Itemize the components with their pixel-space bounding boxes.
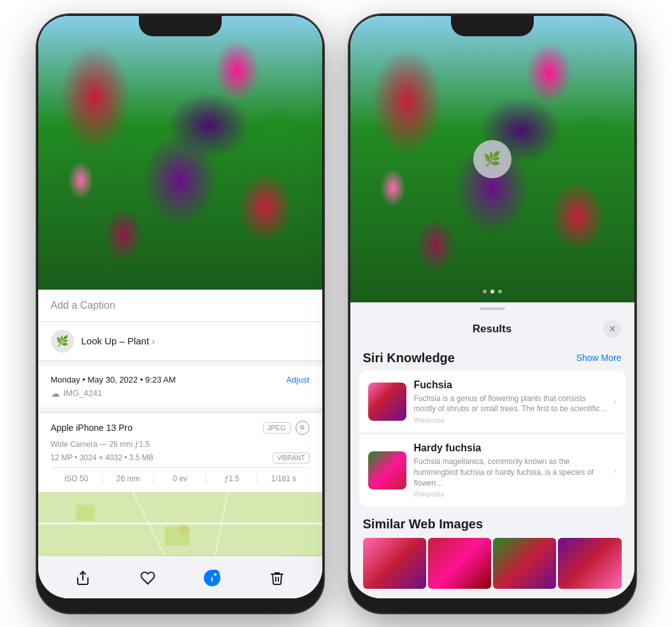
hardy-desc: Fuchsia magellanica, commonly known as t… — [414, 456, 608, 488]
meta-filename-row: ☁ IMG_4241 — [51, 388, 310, 398]
similar-image-1[interactable] — [363, 538, 426, 589]
device-row: Apple iPhone 13 Pro JPEG ⚙ — [51, 421, 310, 435]
results-panel: Results × Siri Knowledge Show More — [350, 302, 634, 598]
flower-photo-2: 🌿 — [350, 16, 634, 302]
fuchsia-desc: Fuchsia is a genus of flowering plants t… — [414, 393, 608, 415]
hardy-name: Hardy fuchsia — [414, 442, 608, 454]
show-more-button[interactable]: Show More — [576, 353, 622, 363]
home-indicator-1 — [136, 603, 225, 607]
photo-date: Monday • May 30, 2022 • 9:23 AM — [51, 375, 176, 384]
file-specs: 12 MP • 3024 × 4032 • 3.5 MB VIBRANT — [51, 453, 310, 463]
similar-image-2[interactable] — [428, 538, 491, 589]
meta-date-row: Monday • May 30, 2022 • 9:23 AM Adjust — [51, 375, 310, 384]
siri-visual-lookup-icon: 🌿 — [473, 140, 511, 178]
home-indicator-2 — [448, 603, 537, 607]
exif-shutter: 1/181 s — [258, 473, 309, 484]
fuchsia-chevron: › — [613, 397, 617, 407]
filename: IMG_4241 — [64, 388, 103, 398]
lookup-row[interactable]: 🌿 Look Up – Plant › — [38, 322, 322, 361]
lookup-chevron: › — [152, 335, 155, 346]
knowledge-card: Fuchsia Fuchsia is a genus of flowering … — [359, 370, 626, 507]
svg-rect-4 — [76, 504, 95, 520]
device-badges: JPEG ⚙ — [263, 421, 310, 435]
exif-iso: ISO 50 — [51, 473, 103, 484]
device-name: Apple iPhone 13 Pro — [51, 423, 132, 433]
close-button[interactable]: × — [603, 320, 621, 338]
exif-row: ISO 50 26 mm 0 ev ƒ1.5 1/181 s — [51, 467, 310, 484]
hardy-thumbnail — [368, 451, 406, 490]
fuchsia-name: Fuchsia — [414, 379, 608, 391]
device-section: Apple iPhone 13 Pro JPEG ⚙ Wide Camera —… — [38, 412, 322, 492]
info-button[interactable]: i ✦ — [201, 567, 224, 589]
similar-title: Similar Web Images — [363, 517, 622, 532]
knowledge-item-hardy[interactable]: Hardy fuchsia Fuchsia magellanica, commo… — [359, 433, 626, 507]
close-icon: × — [610, 323, 615, 335]
fuchsia-thumbnail — [368, 383, 406, 421]
exif-ev: 0 ev — [154, 473, 206, 484]
jpeg-badge: JPEG — [263, 422, 290, 433]
phones-container: Add a Caption 🌿 Look Up – Plant › Monday… — [24, 2, 648, 626]
metadata-section: Monday • May 30, 2022 • 9:23 AM Adjust ☁… — [38, 366, 322, 407]
share-button[interactable] — [71, 567, 94, 589]
phone-1: Add a Caption 🌿 Look Up – Plant › Monday… — [37, 15, 324, 613]
delete-button[interactable] — [266, 567, 289, 589]
vibrant-badge: VIBRANT — [273, 453, 309, 463]
camera-settings-icon[interactable]: ⚙ — [296, 421, 310, 435]
hardy-source: Wikipedia — [414, 490, 608, 498]
adjust-button[interactable]: Adjust — [286, 375, 309, 384]
lookup-icon: 🌿 — [51, 330, 74, 353]
hardy-text: Hardy fuchsia Fuchsia magellanica, commo… — [414, 442, 608, 498]
knowledge-item-fuchsia[interactable]: Fuchsia Fuchsia is a genus of flowering … — [359, 370, 626, 434]
favorite-button[interactable] — [136, 567, 159, 589]
caption-placeholder[interactable]: Add a Caption — [51, 300, 115, 311]
siri-knowledge-header: Siri Knowledge Show More — [350, 346, 634, 370]
panel-handle — [480, 307, 505, 310]
siri-knowledge-title: Siri Knowledge — [363, 351, 455, 365]
lookup-label: Look Up – — [82, 335, 125, 346]
leaf-icon: 🌿 — [56, 335, 69, 347]
similar-image-3[interactable] — [493, 538, 556, 589]
results-title: Results — [473, 323, 511, 335]
phone-2-inner: 🌿 Results × Si — [350, 16, 634, 598]
similar-image-4[interactable] — [558, 538, 621, 589]
fuchsia-source: Wikipedia — [414, 416, 608, 424]
caption-area[interactable]: Add a Caption — [38, 290, 322, 322]
flower-photo — [38, 16, 322, 290]
phone-2: 🌿 Results × Si — [349, 15, 636, 613]
phone1-content: Add a Caption 🌿 Look Up – Plant › Monday… — [38, 290, 322, 598]
camera-specs: Wide Camera — 26 mm ƒ1.5 — [51, 440, 310, 449]
fuchsia-text: Fuchsia Fuchsia is a genus of flowering … — [414, 379, 608, 425]
phone-1-inner: Add a Caption 🌿 Look Up – Plant › Monday… — [38, 16, 322, 598]
file-specs-text: 12 MP • 3024 × 4032 • 3.5 MB — [51, 453, 154, 462]
exif-focal: 26 mm — [103, 473, 154, 484]
cloud-icon: ☁ — [51, 388, 60, 398]
svg-text:✦: ✦ — [213, 572, 218, 578]
map-preview[interactable] — [38, 492, 322, 556]
svg-point-6 — [178, 525, 189, 535]
lookup-subject: Plant — [127, 335, 149, 346]
results-header: Results × — [350, 315, 634, 346]
similar-images — [363, 538, 622, 589]
toolbar: i ✦ — [38, 556, 322, 598]
hardy-chevron: › — [613, 465, 617, 476]
exif-aperture: ƒ1.5 — [206, 473, 258, 484]
similar-section: Similar Web Images — [350, 507, 634, 594]
